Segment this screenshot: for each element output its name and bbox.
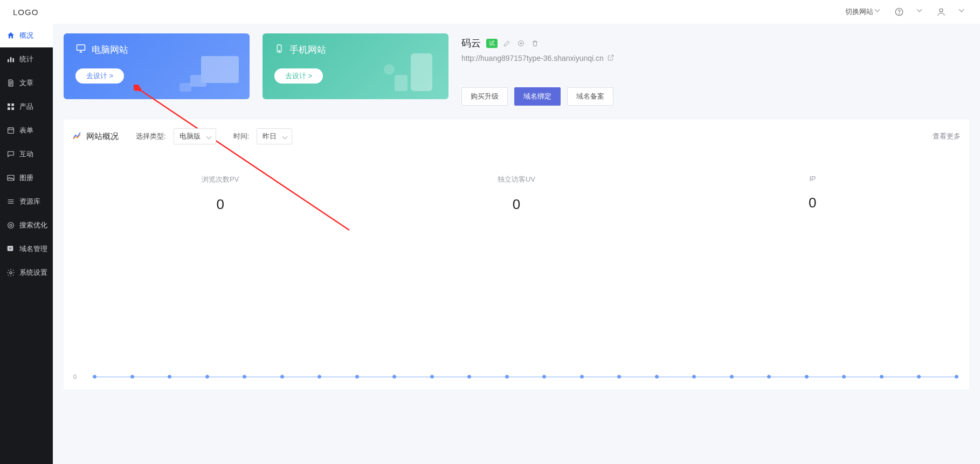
chart-point xyxy=(130,375,134,379)
metric-value: 0 xyxy=(72,196,368,213)
svg-rect-9 xyxy=(11,107,14,110)
metric-ip: IP 0 xyxy=(665,175,961,213)
help-icon[interactable] xyxy=(894,6,905,17)
metric-label: 浏览次数PV xyxy=(72,175,368,184)
chart-point xyxy=(467,375,471,379)
chart-point xyxy=(243,375,246,379)
sidebar-item-album[interactable]: 图册 xyxy=(0,166,53,190)
svg-text:W: W xyxy=(9,247,12,250)
chart-point xyxy=(205,375,209,379)
sidebar-item-settings[interactable]: 系统设置 xyxy=(0,261,53,285)
sidebar-item-article[interactable]: 文章 xyxy=(0,71,53,95)
add-icon[interactable] xyxy=(517,39,526,47)
pc-site-tile: 电脑网站 去设计 > xyxy=(64,33,250,99)
user-icon[interactable] xyxy=(936,6,947,17)
grid-icon xyxy=(6,102,15,111)
svg-rect-19 xyxy=(190,75,206,87)
svg-rect-23 xyxy=(411,53,432,91)
time-value: 昨日 xyxy=(263,131,277,141)
overview-panel: 网站概况 选择类型: 电脑版 时间: 昨日 查看更多 浏览次数PV 0 独立访客… xyxy=(64,120,969,390)
sidebar-item-label: 统计 xyxy=(19,54,33,64)
svg-point-22 xyxy=(279,51,280,52)
chart-point xyxy=(280,375,284,379)
buy-upgrade-button[interactable]: 购买升级 xyxy=(461,87,508,106)
bind-domain-button[interactable]: 域名绑定 xyxy=(514,87,561,106)
chart-point xyxy=(880,375,884,379)
chart-point xyxy=(730,375,734,379)
metric-pv: 浏览次数PV 0 xyxy=(72,175,368,213)
sidebar-item-form[interactable]: 表单 xyxy=(0,119,53,142)
svg-rect-6 xyxy=(8,103,10,106)
sidebar: 概况 统计 文章 产品 表单 xyxy=(0,24,53,464)
delete-icon[interactable] xyxy=(531,39,540,47)
metric-label: 独立访客UV xyxy=(368,175,664,184)
chevron-down-icon xyxy=(875,9,881,15)
chevron-down-icon xyxy=(917,9,923,15)
chat-icon xyxy=(6,150,15,158)
svg-point-1 xyxy=(899,13,900,14)
sidebar-item-resource[interactable]: 资源库 xyxy=(0,190,53,213)
hero-row: 电脑网站 去设计 > 手机网站 去设计 > 码云 xyxy=(64,33,980,106)
sidebar-item-seo[interactable]: 搜索优化 xyxy=(0,213,53,237)
switch-site-dropdown[interactable]: 切换网站 xyxy=(845,7,881,17)
pc-tile-title: 电脑网站 xyxy=(92,44,128,56)
svg-rect-8 xyxy=(8,107,10,110)
y-axis-zero: 0 xyxy=(73,373,77,380)
decoration-icon xyxy=(174,45,250,99)
chart-point xyxy=(318,375,321,379)
mobile-design-button[interactable]: 去设计 > xyxy=(274,68,323,84)
external-link-icon[interactable] xyxy=(607,54,616,63)
svg-point-2 xyxy=(940,9,943,12)
chart-point xyxy=(168,375,171,379)
chart-point xyxy=(392,375,396,379)
svg-rect-4 xyxy=(10,57,12,62)
sidebar-item-label: 系统设置 xyxy=(19,268,47,278)
svg-rect-10 xyxy=(8,128,14,133)
sidebar-item-interact[interactable]: 互动 xyxy=(0,142,53,166)
chart-point xyxy=(93,375,96,379)
svg-rect-24 xyxy=(395,75,408,91)
topbar: LOGO 切换网站 xyxy=(0,0,980,24)
stats-icon xyxy=(6,55,15,64)
sidebar-item-label: 表单 xyxy=(19,126,33,135)
sidebar-item-label: 互动 xyxy=(19,149,33,159)
svg-rect-5 xyxy=(12,58,14,62)
view-more-link[interactable]: 查看更多 xyxy=(933,131,961,141)
time-label: 时间: xyxy=(233,131,250,141)
sidebar-item-domain[interactable]: W 域名管理 xyxy=(0,237,53,261)
chart-point xyxy=(355,375,359,379)
sidebar-item-stats[interactable]: 统计 xyxy=(0,47,53,71)
target-icon xyxy=(6,221,15,230)
switch-site-label: 切换网站 xyxy=(845,7,873,17)
topbar-right: 切换网站 xyxy=(845,6,965,17)
chart-point xyxy=(917,375,921,379)
sidebar-item-overview[interactable]: 概况 xyxy=(0,24,53,47)
domain-record-button[interactable]: 域名备案 xyxy=(567,87,613,106)
site-info: 码云 试 http://huang897157type-36.shanxiyun… xyxy=(461,33,980,106)
edit-icon[interactable] xyxy=(503,39,512,47)
time-select[interactable]: 昨日 xyxy=(257,128,292,144)
metrics-row: 浏览次数PV 0 独立访客UV 0 IP 0 xyxy=(72,175,961,213)
main: 电脑网站 去设计 > 手机网站 去设计 > 码云 xyxy=(53,24,980,464)
metric-label: IP xyxy=(665,175,961,183)
chart-point xyxy=(505,375,509,379)
sidebar-item-label: 图册 xyxy=(19,173,33,183)
image-icon xyxy=(6,174,15,182)
monitor-icon xyxy=(75,43,86,57)
svg-rect-11 xyxy=(8,175,14,180)
sidebar-item-product[interactable]: 产品 xyxy=(0,95,53,119)
type-select[interactable]: 电脑版 xyxy=(174,128,216,144)
sidebar-item-label: 概况 xyxy=(19,31,33,40)
pc-design-button[interactable]: 去设计 > xyxy=(75,68,124,84)
panel-header: 网站概况 选择类型: 电脑版 时间: 昨日 查看更多 xyxy=(72,128,961,144)
chart-point xyxy=(805,375,809,379)
decoration-icon xyxy=(373,45,448,99)
chart-point xyxy=(655,375,659,379)
type-value: 电脑版 xyxy=(180,131,201,141)
chart-point xyxy=(617,375,621,379)
chart-point xyxy=(692,375,696,379)
metric-value: 0 xyxy=(665,195,961,211)
type-label: 选择类型: xyxy=(136,131,166,141)
svg-point-12 xyxy=(8,223,14,228)
chart: 0 xyxy=(72,245,961,385)
